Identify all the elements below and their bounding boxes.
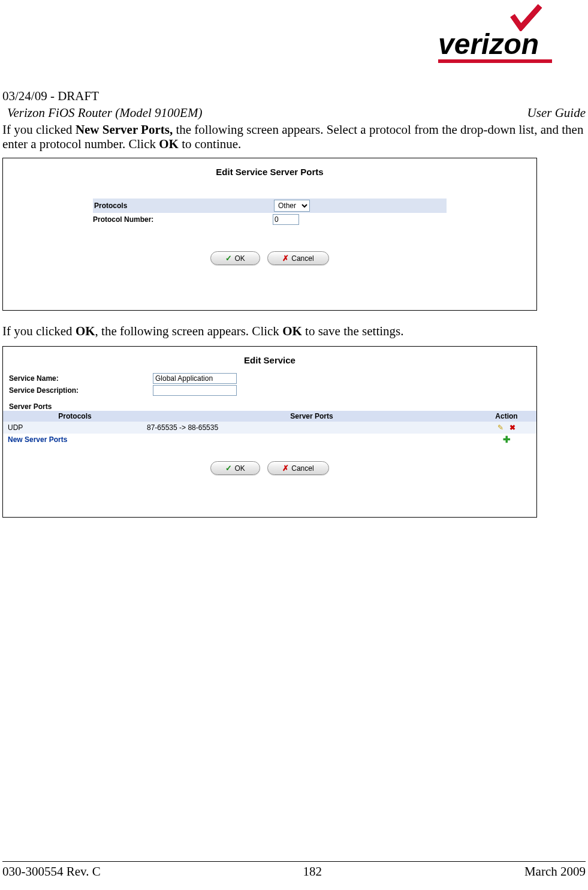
add-icon[interactable] bbox=[502, 435, 511, 444]
col-server-ports: Server Ports bbox=[147, 411, 477, 422]
service-name-label: Service Name: bbox=[9, 374, 153, 383]
p2-t3: to save the settings. bbox=[302, 324, 404, 338]
verizon-check-icon bbox=[510, 4, 544, 31]
verizon-logo: verizon bbox=[438, 6, 552, 63]
panel2-title: Edit Service bbox=[3, 347, 536, 372]
protocol-number-input[interactable] bbox=[273, 214, 299, 225]
col-protocols: Protocols bbox=[3, 411, 147, 422]
cancel-button[interactable]: ✗Cancel bbox=[267, 251, 328, 265]
check-icon: ✓ bbox=[225, 464, 232, 473]
service-description-input[interactable] bbox=[153, 385, 237, 396]
protocols-label: Protocols bbox=[94, 202, 274, 210]
p2-t2: , the following screen appears. Click bbox=[95, 324, 283, 338]
paragraph-1: If you clicked New Server Ports, the fol… bbox=[2, 122, 586, 151]
protocols-select[interactable]: Other bbox=[274, 200, 310, 212]
service-name-input[interactable] bbox=[153, 373, 237, 384]
ok-label: OK bbox=[234, 254, 245, 263]
row-proto: UDP bbox=[3, 422, 147, 433]
edit-service-server-ports-panel: Edit Service Server Ports Protocols Othe… bbox=[2, 158, 537, 311]
row-ports: 87-65535 -> 88-65535 bbox=[147, 422, 477, 433]
col-action: Action bbox=[477, 411, 536, 422]
p2-t1: If you clicked bbox=[2, 324, 76, 338]
server-ports-label: Server Ports bbox=[3, 402, 536, 411]
x-icon: ✗ bbox=[282, 254, 289, 263]
user-guide-label: User Guide bbox=[527, 106, 586, 121]
delete-icon[interactable] bbox=[508, 423, 517, 432]
cancel-label: Cancel bbox=[291, 254, 313, 263]
cancel-label: Cancel bbox=[291, 464, 313, 473]
p1-t3: to continue. bbox=[179, 137, 241, 151]
row-ports-empty bbox=[147, 438, 477, 441]
x-icon: ✗ bbox=[282, 464, 289, 473]
panel1-title: Edit Service Server Ports bbox=[3, 158, 536, 184]
model-line: Verizon FiOS Router (Model 9100EM) bbox=[2, 106, 202, 121]
draft-date-line: 03/24/09 - DRAFT bbox=[2, 89, 99, 104]
footer-revision: 030-300554 Rev. C bbox=[2, 864, 101, 879]
protocol-number-label: Protocol Number: bbox=[93, 215, 273, 224]
p1-b1: New Server Ports, bbox=[76, 122, 173, 137]
p2-b2: OK bbox=[282, 324, 302, 338]
ports-row-new: New Server Ports bbox=[3, 434, 536, 446]
ports-row-udp: UDP 87-65535 -> 88-65535 bbox=[3, 422, 536, 434]
new-server-ports-link[interactable]: New Server Ports bbox=[8, 435, 67, 444]
cancel-button[interactable]: ✗Cancel bbox=[267, 461, 328, 475]
p2-b1: OK bbox=[76, 324, 95, 338]
ok-button[interactable]: ✓OK bbox=[210, 251, 260, 265]
ports-table-header: Protocols Server Ports Action bbox=[3, 411, 536, 422]
edit-service-panel: Edit Service Service Name: Service Descr… bbox=[2, 346, 537, 518]
edit-icon[interactable] bbox=[496, 423, 505, 432]
service-description-label: Service Description: bbox=[9, 386, 153, 395]
p1-t1: If you clicked bbox=[2, 122, 76, 137]
footer-date: March 2009 bbox=[524, 864, 586, 879]
ok-button[interactable]: ✓OK bbox=[210, 461, 260, 475]
ok-label: OK bbox=[234, 464, 245, 473]
footer-page-number: 182 bbox=[303, 864, 322, 879]
paragraph-2: If you clicked OK, the following screen … bbox=[2, 324, 586, 338]
check-icon: ✓ bbox=[225, 254, 232, 263]
p1-b2: OK bbox=[159, 137, 179, 151]
